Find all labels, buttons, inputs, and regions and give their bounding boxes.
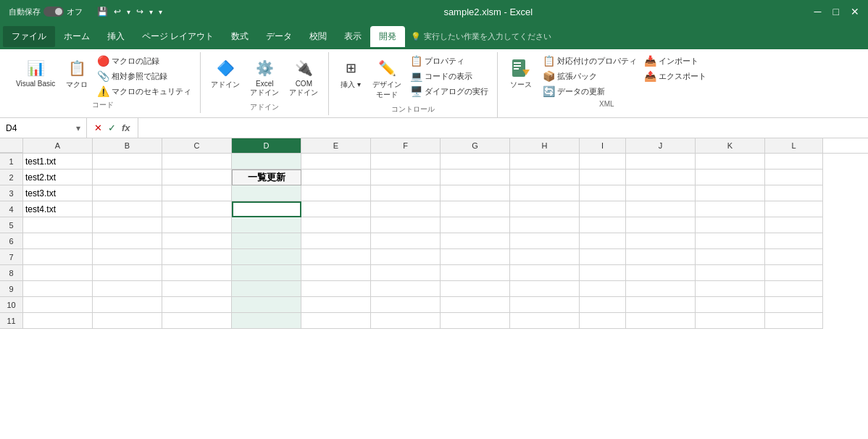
menu-page-layout[interactable]: ページ レイアウト xyxy=(133,26,222,47)
cell-i9[interactable] xyxy=(580,281,626,297)
ribbon-view-code[interactable]: 💻 コードの表示 xyxy=(407,69,491,83)
menu-review[interactable]: 校閲 xyxy=(301,26,335,47)
cell-e7[interactable] xyxy=(301,249,371,265)
redo-dropdown-icon[interactable]: ▾ xyxy=(149,8,153,16)
cell-l8[interactable] xyxy=(765,265,823,281)
cell-d4[interactable] xyxy=(232,201,301,217)
cell-b9[interactable] xyxy=(93,281,162,297)
cell-f10[interactable] xyxy=(371,297,441,313)
menu-formula[interactable]: 数式 xyxy=(222,26,257,47)
cell-e11[interactable] xyxy=(301,313,371,329)
cell-l9[interactable] xyxy=(765,281,823,297)
row-num-11[interactable]: 11 xyxy=(0,313,23,329)
cell-b4[interactable] xyxy=(93,201,162,217)
cell-k6[interactable] xyxy=(696,233,765,249)
formula-input[interactable] xyxy=(138,123,868,133)
cell-b1[interactable] xyxy=(93,154,162,170)
cell-i5[interactable] xyxy=(580,217,626,233)
cell-l3[interactable] xyxy=(765,185,823,201)
minimize-icon[interactable]: ─ xyxy=(814,6,822,17)
col-header-d[interactable]: D xyxy=(232,138,301,153)
cell-g3[interactable] xyxy=(441,185,510,201)
cell-b8[interactable] xyxy=(93,265,162,281)
cell-b2[interactable] xyxy=(93,170,162,185)
cell-f4[interactable] xyxy=(371,201,441,217)
cell-l4[interactable] xyxy=(765,201,823,217)
row-num-6[interactable]: 6 xyxy=(0,233,23,249)
cell-i2[interactable] xyxy=(580,170,626,185)
cell-c3[interactable] xyxy=(162,185,232,201)
cell-j3[interactable] xyxy=(626,185,696,201)
col-header-k[interactable]: K xyxy=(696,138,765,153)
ribbon-excel-addin[interactable]: ⚙️ Excelアドイン xyxy=(246,54,283,101)
cell-a11[interactable] xyxy=(23,313,93,329)
cell-a5[interactable] xyxy=(23,217,93,233)
row-num-5[interactable]: 5 xyxy=(0,217,23,233)
cell-c2[interactable] xyxy=(162,170,232,185)
cell-k8[interactable] xyxy=(696,265,765,281)
ribbon-properties[interactable]: 📋 プロパティ xyxy=(407,54,491,68)
ribbon-addin[interactable]: 🔷 アドイン xyxy=(206,54,244,93)
ribbon-expansion-pack[interactable]: 📦 拡張パック xyxy=(540,69,640,83)
cell-e2[interactable] xyxy=(301,170,371,185)
cell-h10[interactable] xyxy=(510,297,580,313)
col-header-f[interactable]: F xyxy=(371,138,441,153)
cell-l5[interactable] xyxy=(765,217,823,233)
cell-d1[interactable] xyxy=(232,154,301,170)
cell-g11[interactable] xyxy=(441,313,510,329)
cell-h2[interactable] xyxy=(510,170,580,185)
name-box[interactable]: D4 ▾ xyxy=(0,118,87,138)
ribbon-macro-security[interactable]: ⚠️ マクロのセキュリティ xyxy=(94,84,194,99)
cell-h8[interactable] xyxy=(510,265,580,281)
cell-c9[interactable] xyxy=(162,281,232,297)
cell-j4[interactable] xyxy=(626,201,696,217)
cell-e9[interactable] xyxy=(301,281,371,297)
cell-b3[interactable] xyxy=(93,185,162,201)
cell-i11[interactable] xyxy=(580,313,626,329)
menu-file[interactable]: ファイル xyxy=(3,26,55,47)
cell-c6[interactable] xyxy=(162,233,232,249)
cell-e10[interactable] xyxy=(301,297,371,313)
cell-a2[interactable]: test2.txt xyxy=(23,170,93,185)
col-header-j[interactable]: J xyxy=(626,138,696,153)
ribbon-visual-basic[interactable]: 📊 Visual Basic xyxy=(12,54,59,91)
cell-c1[interactable] xyxy=(162,154,232,170)
menu-insert[interactable]: 挿入 xyxy=(99,26,133,47)
cell-k3[interactable] xyxy=(696,185,765,201)
menu-home[interactable]: ホーム xyxy=(55,26,99,47)
cell-d8[interactable] xyxy=(232,265,301,281)
search-box[interactable]: 💡 実行したい作業を入力してください xyxy=(411,31,551,42)
cell-f9[interactable] xyxy=(371,281,441,297)
cell-c4[interactable] xyxy=(162,201,232,217)
cell-l2[interactable] xyxy=(765,170,823,185)
cell-c10[interactable] xyxy=(162,297,232,313)
cell-a6[interactable] xyxy=(23,233,93,249)
cell-b10[interactable] xyxy=(93,297,162,313)
cell-l7[interactable] xyxy=(765,249,823,265)
cell-g4[interactable] xyxy=(441,201,510,217)
row-num-7[interactable]: 7 xyxy=(0,249,23,265)
cell-g2[interactable] xyxy=(441,170,510,185)
cell-k11[interactable] xyxy=(696,313,765,329)
cell-h3[interactable] xyxy=(510,185,580,201)
cell-d9[interactable] xyxy=(232,281,301,297)
cell-d6[interactable] xyxy=(232,233,301,249)
cell-c5[interactable] xyxy=(162,217,232,233)
cell-h7[interactable] xyxy=(510,249,580,265)
cell-i4[interactable] xyxy=(580,201,626,217)
cell-c8[interactable] xyxy=(162,265,232,281)
cell-b6[interactable] xyxy=(93,233,162,249)
col-header-l[interactable]: L xyxy=(765,138,823,153)
cell-k7[interactable] xyxy=(696,249,765,265)
row-num-9[interactable]: 9 xyxy=(0,281,23,297)
col-header-e[interactable]: E xyxy=(301,138,371,153)
cell-f2[interactable] xyxy=(371,170,441,185)
autosave-toggle[interactable] xyxy=(43,7,64,17)
ribbon-import[interactable]: 📥 インポート xyxy=(641,54,709,68)
quick-access-more[interactable]: ▾ xyxy=(159,8,162,16)
close-icon[interactable]: ✕ xyxy=(851,6,859,17)
cell-i7[interactable] xyxy=(580,249,626,265)
cell-e4[interactable] xyxy=(301,201,371,217)
cell-j8[interactable] xyxy=(626,265,696,281)
name-box-dropdown[interactable]: ▾ xyxy=(76,123,80,133)
